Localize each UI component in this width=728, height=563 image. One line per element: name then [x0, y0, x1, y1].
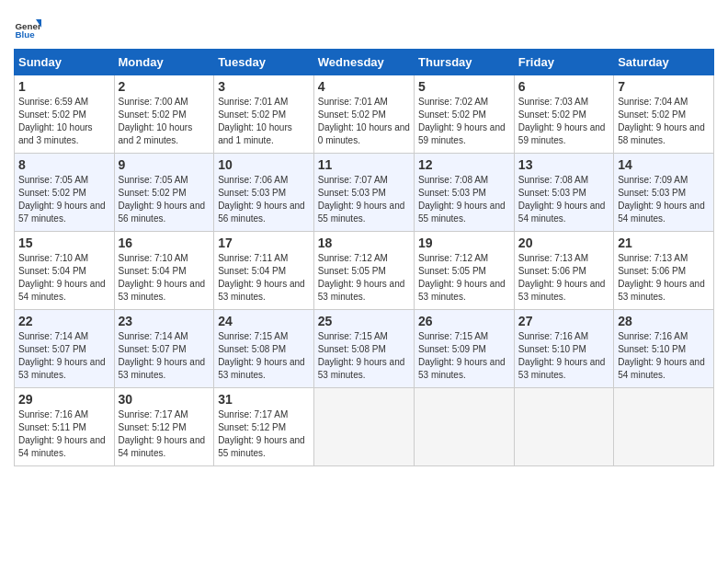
day-info: Sunrise: 7:17 AMSunset: 5:12 PMDaylight:…: [218, 408, 310, 460]
logo: General Blue: [14, 14, 41, 41]
calendar-cell: [415, 388, 515, 466]
day-number: 11: [318, 157, 410, 172]
calendar-cell: 6Sunrise: 7:03 AMSunset: 5:02 PMDaylight…: [514, 75, 613, 154]
day-number: 10: [218, 157, 310, 172]
calendar-week-row: 22Sunrise: 7:14 AMSunset: 5:07 PMDayligh…: [15, 310, 714, 388]
header-day-monday: Monday: [114, 50, 214, 75]
calendar-cell: 24Sunrise: 7:15 AMSunset: 5:08 PMDayligh…: [214, 310, 314, 388]
day-number: 29: [18, 392, 110, 407]
day-number: 7: [618, 79, 710, 94]
calendar-cell: 4Sunrise: 7:01 AMSunset: 5:02 PMDaylight…: [313, 75, 414, 154]
day-number: 14: [618, 157, 710, 172]
day-number: 1: [18, 79, 110, 94]
day-info: Sunrise: 7:09 AMSunset: 5:03 PMDaylight:…: [618, 174, 710, 225]
day-info: Sunrise: 7:17 AMSunset: 5:12 PMDaylight:…: [119, 408, 210, 460]
calendar-cell: 11Sunrise: 7:07 AMSunset: 5:03 PMDayligh…: [313, 154, 414, 232]
calendar-cell: 26Sunrise: 7:15 AMSunset: 5:09 PMDayligh…: [415, 310, 515, 388]
calendar-cell: 23Sunrise: 7:14 AMSunset: 5:07 PMDayligh…: [114, 310, 214, 388]
calendar-cell: 22Sunrise: 7:14 AMSunset: 5:07 PMDayligh…: [15, 310, 115, 388]
day-number: 23: [119, 314, 210, 328]
day-info: Sunrise: 6:59 AMSunset: 5:02 PMDaylight:…: [18, 96, 110, 147]
day-info: Sunrise: 7:01 AMSunset: 5:02 PMDaylight:…: [218, 96, 310, 147]
calendar-cell: 13Sunrise: 7:08 AMSunset: 5:03 PMDayligh…: [514, 154, 613, 232]
day-info: Sunrise: 7:13 AMSunset: 5:06 PMDaylight:…: [618, 252, 710, 304]
day-number: 31: [218, 392, 310, 407]
calendar-cell: 10Sunrise: 7:06 AMSunset: 5:03 PMDayligh…: [214, 154, 314, 232]
day-info: Sunrise: 7:06 AMSunset: 5:03 PMDaylight:…: [218, 174, 310, 225]
day-info: Sunrise: 7:05 AMSunset: 5:02 PMDaylight:…: [18, 174, 110, 225]
day-info: Sunrise: 7:10 AMSunset: 5:04 PMDaylight:…: [18, 252, 110, 304]
calendar-cell: 31Sunrise: 7:17 AMSunset: 5:12 PMDayligh…: [214, 388, 314, 466]
calendar-cell: 15Sunrise: 7:10 AMSunset: 5:04 PMDayligh…: [15, 232, 115, 310]
day-info: Sunrise: 7:14 AMSunset: 5:07 PMDaylight:…: [18, 330, 110, 382]
day-info: Sunrise: 7:15 AMSunset: 5:08 PMDaylight:…: [218, 330, 310, 382]
day-number: 19: [418, 236, 510, 250]
day-number: 6: [518, 79, 609, 94]
day-info: Sunrise: 7:15 AMSunset: 5:09 PMDaylight:…: [418, 330, 510, 382]
day-info: Sunrise: 7:12 AMSunset: 5:05 PMDaylight:…: [318, 252, 410, 304]
calendar-week-row: 29Sunrise: 7:16 AMSunset: 5:11 PMDayligh…: [15, 388, 714, 466]
calendar-cell: 21Sunrise: 7:13 AMSunset: 5:06 PMDayligh…: [614, 232, 714, 310]
calendar-week-row: 15Sunrise: 7:10 AMSunset: 5:04 PMDayligh…: [15, 232, 714, 310]
day-number: 26: [418, 314, 510, 328]
day-info: Sunrise: 7:00 AMSunset: 5:02 PMDaylight:…: [119, 96, 210, 147]
calendar-week-row: 8Sunrise: 7:05 AMSunset: 5:02 PMDaylight…: [15, 154, 714, 232]
day-info: Sunrise: 7:15 AMSunset: 5:08 PMDaylight:…: [318, 330, 410, 382]
calendar-cell: 12Sunrise: 7:08 AMSunset: 5:03 PMDayligh…: [415, 154, 515, 232]
day-number: 21: [618, 236, 710, 250]
calendar-cell: [614, 388, 714, 466]
day-info: Sunrise: 7:10 AMSunset: 5:04 PMDaylight:…: [119, 252, 210, 304]
day-info: Sunrise: 7:14 AMSunset: 5:07 PMDaylight:…: [119, 330, 210, 382]
day-number: 25: [318, 314, 410, 328]
day-number: 27: [518, 314, 609, 328]
day-info: Sunrise: 7:16 AMSunset: 5:10 PMDaylight:…: [518, 330, 609, 382]
calendar-cell: 28Sunrise: 7:16 AMSunset: 5:10 PMDayligh…: [614, 310, 714, 388]
calendar-cell: [313, 388, 414, 466]
calendar-table: SundayMondayTuesdayWednesdayThursdayFrid…: [14, 49, 714, 466]
header-day-friday: Friday: [514, 50, 613, 75]
day-info: Sunrise: 7:11 AMSunset: 5:04 PMDaylight:…: [218, 252, 310, 304]
day-info: Sunrise: 7:16 AMSunset: 5:10 PMDaylight:…: [618, 330, 710, 382]
day-info: Sunrise: 7:05 AMSunset: 5:02 PMDaylight:…: [119, 174, 210, 225]
calendar-cell: 5Sunrise: 7:02 AMSunset: 5:02 PMDaylight…: [415, 75, 515, 154]
calendar-cell: [514, 388, 613, 466]
day-number: 12: [418, 157, 510, 172]
day-number: 30: [119, 392, 210, 407]
calendar-cell: 7Sunrise: 7:04 AMSunset: 5:02 PMDaylight…: [614, 75, 714, 154]
calendar-cell: 3Sunrise: 7:01 AMSunset: 5:02 PMDaylight…: [214, 75, 314, 154]
day-number: 16: [119, 236, 210, 250]
header-day-tuesday: Tuesday: [214, 50, 314, 75]
calendar-cell: 30Sunrise: 7:17 AMSunset: 5:12 PMDayligh…: [114, 388, 214, 466]
calendar-cell: 25Sunrise: 7:15 AMSunset: 5:08 PMDayligh…: [313, 310, 414, 388]
header-day-thursday: Thursday: [415, 50, 515, 75]
calendar-cell: 27Sunrise: 7:16 AMSunset: 5:10 PMDayligh…: [514, 310, 613, 388]
day-number: 17: [218, 236, 310, 250]
day-number: 20: [518, 236, 609, 250]
header: General Blue: [14, 14, 714, 41]
calendar-cell: 14Sunrise: 7:09 AMSunset: 5:03 PMDayligh…: [614, 154, 714, 232]
day-number: 15: [18, 236, 110, 250]
day-info: Sunrise: 7:08 AMSunset: 5:03 PMDaylight:…: [518, 174, 609, 225]
calendar-week-row: 1Sunrise: 6:59 AMSunset: 5:02 PMDaylight…: [15, 75, 714, 154]
calendar-cell: 29Sunrise: 7:16 AMSunset: 5:11 PMDayligh…: [15, 388, 115, 466]
day-number: 3: [218, 79, 310, 94]
calendar-cell: 2Sunrise: 7:00 AMSunset: 5:02 PMDaylight…: [114, 75, 214, 154]
svg-text:Blue: Blue: [16, 29, 36, 40]
day-info: Sunrise: 7:03 AMSunset: 5:02 PMDaylight:…: [518, 96, 609, 147]
calendar-cell: 18Sunrise: 7:12 AMSunset: 5:05 PMDayligh…: [313, 232, 414, 310]
calendar-cell: 8Sunrise: 7:05 AMSunset: 5:02 PMDaylight…: [15, 154, 115, 232]
calendar-cell: 9Sunrise: 7:05 AMSunset: 5:02 PMDaylight…: [114, 154, 214, 232]
day-number: 24: [218, 314, 310, 328]
day-number: 22: [18, 314, 110, 328]
day-number: 18: [318, 236, 410, 250]
day-number: 2: [119, 79, 210, 94]
day-number: 4: [318, 79, 410, 94]
day-info: Sunrise: 7:16 AMSunset: 5:11 PMDaylight:…: [18, 408, 110, 460]
day-info: Sunrise: 7:04 AMSunset: 5:02 PMDaylight:…: [618, 96, 710, 147]
calendar-cell: 16Sunrise: 7:10 AMSunset: 5:04 PMDayligh…: [114, 232, 214, 310]
calendar-cell: 1Sunrise: 6:59 AMSunset: 5:02 PMDaylight…: [15, 75, 115, 154]
day-number: 28: [618, 314, 710, 328]
day-info: Sunrise: 7:07 AMSunset: 5:03 PMDaylight:…: [318, 174, 410, 225]
calendar-cell: 19Sunrise: 7:12 AMSunset: 5:05 PMDayligh…: [415, 232, 515, 310]
day-number: 8: [18, 157, 110, 172]
